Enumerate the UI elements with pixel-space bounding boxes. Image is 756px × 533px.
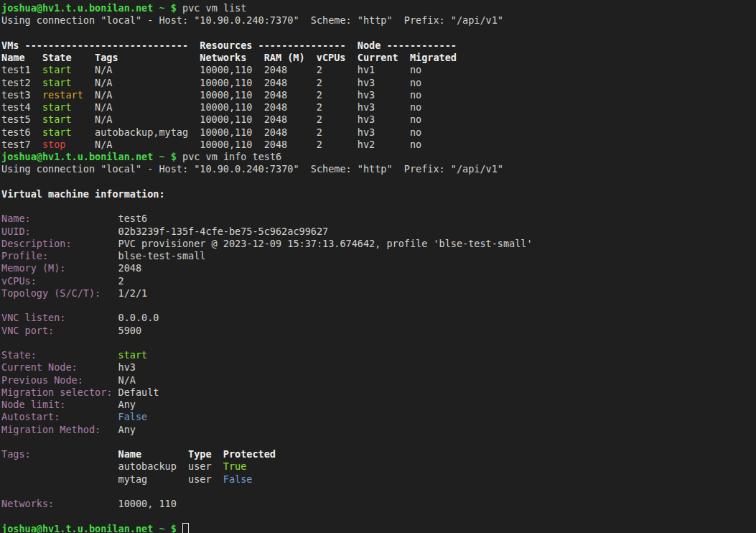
info-row-uuid: UUID:02b3239f-135f-4cfe-be75-5c962ac9962… [1,226,756,238]
vm-ram: 2048 [264,101,317,113]
vm-migrated: no [410,139,457,151]
info-label: Autostart: [1,411,118,423]
info-row-topology: Topology (S/C/T):1/2/1 [1,287,756,300]
info-value: Any [118,399,136,410]
tags-col-type: Type [188,448,223,460]
vm-table-group-header-text: VMs ---------------------------- Resourc… [1,40,457,51]
info-value: 10000, 110 [118,498,177,509]
vm-table-row: test6startautobackup,mytag10000,11020482… [1,126,756,139]
col-header-current: Current [358,52,410,64]
vm-tags: N/A [95,89,200,101]
info-row-previous-node: Previous Node:N/A [1,374,756,386]
info-row-migration-selector: Migration selector:Default [1,386,756,399]
info-row-profile: Profile:blse-test-small [1,250,756,262]
info-label: VNC listen: [1,312,118,324]
info-row-autostart: Autostart:False [1,411,756,423]
info-value: 1/2/1 [118,287,148,299]
vm-state: stop [42,139,95,151]
vm-current-node: hv3 [358,77,410,89]
vm-table-group-header: VMs ---------------------------- Resourc… [1,40,756,52]
info-label: Topology (S/C/T): [1,287,118,300]
tag-type: user [188,460,223,473]
info-label: Migration selector: [1,386,118,399]
vm-networks: 10000,110 [200,89,263,101]
info-label: Memory (M): [1,262,118,274]
blank-line [1,300,756,312]
vm-networks: 10000,110 [200,113,263,126]
col-header-vcpus: vCPUs [317,52,358,64]
info-value-state: start [118,349,148,361]
vm-networks: 10000,110 [200,101,263,113]
prompt-user-host: joshua@hv1.t.u.bonilan.net [1,2,153,14]
info-row-state: State:start [1,349,756,361]
prompt-line-info: joshua@hv1.t.u.bonilan.net ~ $ pvc vm in… [1,151,756,163]
tag-name: mytag [118,473,189,486]
vm-migrated: no [410,77,457,89]
info-label: Tags: [1,448,118,460]
tag-name: autobackup [118,460,189,473]
prompt-symbol: $ [171,2,177,14]
info-row-networks: Networks:10000, 110 [1,498,756,510]
vm-vcpus: 2 [317,126,358,139]
prompt-symbol: $ [171,151,177,162]
blank-line [1,337,756,349]
tags-col-name: Name [118,448,189,460]
vm-tags: N/A [95,64,200,76]
vm-info-title-text: Virtual machine information: [1,188,165,200]
terminal-window[interactable]: joshua@hv1.t.u.bonilan.net ~ $ pvc vm li… [0,0,756,533]
info-row-vnc-port: VNC port:5900 [1,325,756,337]
info-value: 2048 [118,262,142,274]
info-row-node-limit: Node limit:Any [1,399,756,411]
vm-name: test4 [1,101,42,113]
vm-vcpus: 2 [317,139,358,151]
col-header-ram: RAM (M) [264,52,317,64]
vm-ram: 2048 [264,126,317,139]
info-value: N/A [118,374,136,386]
vm-name: test2 [1,77,42,89]
info-label: State: [1,349,118,361]
info-label: Networks: [1,498,118,510]
info-row-vcpus: vCPUs:2 [1,275,756,287]
info-value: Default [118,386,159,398]
tags-col-protected: Protected [223,448,276,460]
info-row-memory: Memory (M):2048 [1,262,756,274]
vm-migrated: no [410,89,457,101]
vm-current-node: hv2 [358,139,410,151]
connection-info-text: Using connection "local" - Host: "10.90.… [1,163,503,175]
vm-ram: 2048 [264,139,317,151]
prompt-user-host: joshua@hv1.t.u.bonilan.net [1,523,153,533]
prompt-cwd: ~ [159,523,164,533]
info-label: Description: [1,238,118,250]
blank-line [1,27,756,40]
vm-tags: N/A [95,139,200,151]
connection-info-text: Using connection "local" - Host: "10.90.… [1,14,503,26]
vm-ram: 2048 [264,113,317,126]
vm-ram: 2048 [264,89,317,101]
vm-vcpus: 2 [317,101,358,113]
col-header-migrated: Migrated [410,52,457,64]
prompt-symbol: $ [171,523,177,533]
info-label: vCPUs: [1,275,118,287]
prompt-user-host: joshua@hv1.t.u.bonilan.net [1,151,153,162]
vm-networks: 10000,110 [200,64,263,76]
vm-vcpus: 2 [317,89,358,101]
vm-table-row: test4startN/A10000,11020482hv3no [1,101,756,113]
blank-line [1,486,756,498]
terminal-cursor[interactable] [182,523,189,533]
prompt-cwd: ~ [159,2,164,14]
col-header-name: Name [1,52,42,64]
info-row-name: Name:test6 [1,213,756,225]
vm-name: test3 [1,89,42,101]
vm-migrated: no [410,64,457,76]
vm-info-title: Virtual machine information: [1,188,756,200]
info-label: Migration Method: [1,424,118,436]
tags-header-row: Tags:NameTypeProtected [1,448,756,460]
vm-name: test6 [1,126,42,139]
blank-line [1,510,756,522]
col-header-networks: Networks [200,52,263,64]
info-value: test6 [118,213,148,224]
blank-line [1,200,756,213]
vm-state: start [42,113,95,126]
vm-tags: N/A [95,77,200,89]
vm-name: test7 [1,139,42,151]
